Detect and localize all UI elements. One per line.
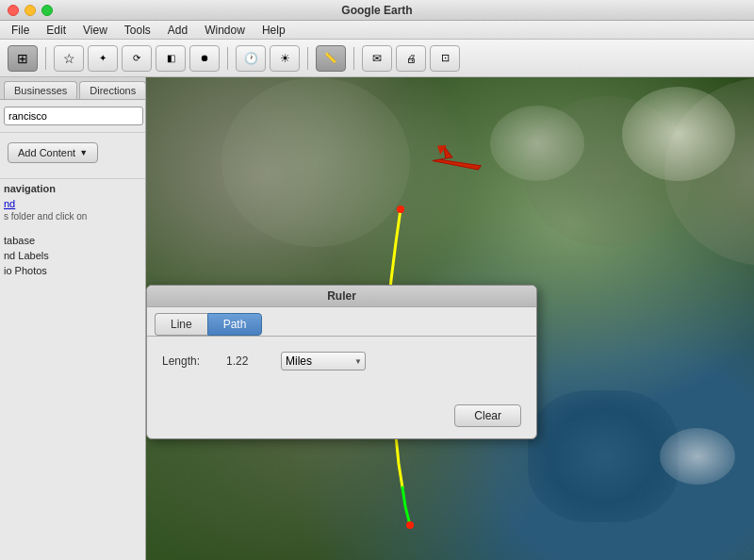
maximize-button[interactable]: [41, 5, 53, 16]
terrain-patch-4: [528, 390, 679, 522]
list-item: tabase: [4, 233, 141, 248]
minimize-button[interactable]: [25, 5, 36, 16]
toolbar-separator-2: [227, 47, 228, 70]
search-area: 🔍: [0, 100, 145, 133]
ruler-dialog-footer: Clear: [147, 397, 536, 438]
length-label: Length:: [162, 354, 219, 368]
nav-title: navigation: [4, 183, 141, 194]
ruler-button[interactable]: 📏: [316, 45, 346, 72]
add-placemark-button[interactable]: ☆: [54, 45, 84, 72]
add-content-button[interactable]: Add Content ▼: [8, 142, 98, 163]
add-path-button[interactable]: ⟳: [122, 45, 152, 72]
tab-businesses[interactable]: Businesses: [4, 81, 77, 99]
ruler-icon: 📏: [324, 52, 337, 64]
sidebar-toggle-button[interactable]: ⊞: [8, 45, 38, 72]
sidebar-toggle-icon: ⊞: [17, 51, 28, 66]
toolbar: ⊞ ☆ ✦ ⟳ ◧ ⏺ 🕐 ☀ 📏 ✉ 🖨 ⊡: [0, 40, 754, 77]
snow-patch-1: [622, 87, 735, 181]
snow-patch-3: [660, 428, 735, 485]
email-button[interactable]: ✉: [362, 45, 392, 72]
sidebar-items: tabase nd Labels io Photos: [0, 229, 145, 282]
menu-add[interactable]: Add: [160, 22, 195, 39]
terrain-patch-1: [221, 77, 410, 247]
tab-line[interactable]: Line: [155, 313, 207, 336]
clock-icon: 🕐: [244, 52, 258, 65]
menu-help[interactable]: Help: [254, 22, 293, 39]
sidebar: Businesses Directions 🔍 Add Content ▼ na…: [0, 77, 146, 560]
polygon-icon: ✦: [99, 53, 107, 63]
unit-select-wrapper: Miles Kilometers Meters Feet Yards: [281, 352, 366, 371]
email-icon: ✉: [372, 52, 382, 65]
map-area[interactable]: Ruler Line Path Length: 1.22 Miles Kilom…: [146, 77, 754, 560]
sun-icon: ☀: [280, 52, 290, 65]
sidebar-tabs: Businesses Directions: [0, 77, 145, 100]
toolbar-separator-4: [353, 47, 354, 70]
menu-window[interactable]: Window: [197, 22, 253, 39]
star-icon: ☆: [63, 51, 75, 66]
list-item: nd Labels: [4, 248, 141, 263]
sunlight-button[interactable]: ☀: [270, 45, 300, 72]
length-row: Length: 1.22 Miles Kilometers Meters Fee…: [162, 352, 521, 371]
unit-select[interactable]: Miles Kilometers Meters Feet Yards: [281, 352, 366, 371]
overlay-icon: ◧: [167, 53, 175, 63]
ruler-dialog-tabs: Line Path: [147, 307, 536, 337]
record-icon: ⏺: [200, 53, 209, 63]
maps-icon: ⊡: [441, 52, 450, 64]
length-value: 1.22: [226, 354, 273, 368]
print-icon: 🖨: [406, 53, 417, 64]
view-in-maps-button[interactable]: ⊡: [430, 45, 460, 72]
window-controls: [8, 5, 53, 16]
nav-link[interactable]: nd: [4, 198, 141, 209]
dropdown-arrow-icon: ▼: [79, 148, 88, 157]
titlebar: Google Earth: [0, 0, 754, 21]
historical-imagery-button[interactable]: 🕐: [236, 45, 266, 72]
search-input[interactable]: [4, 107, 143, 125]
snow-patch-2: [490, 106, 584, 181]
menu-view[interactable]: View: [75, 22, 115, 39]
toolbar-separator-1: [45, 47, 46, 70]
menu-tools[interactable]: Tools: [117, 22, 158, 39]
ruler-dialog-content: Length: 1.22 Miles Kilometers Meters Fee…: [147, 337, 536, 397]
navigation-section: navigation nd s folder and click on: [0, 178, 145, 225]
tab-directions[interactable]: Directions: [79, 81, 146, 99]
nav-description: s folder and click on: [4, 211, 141, 222]
path-icon: ⟳: [133, 53, 140, 63]
menu-edit[interactable]: Edit: [39, 22, 74, 39]
print-button[interactable]: 🖨: [396, 45, 426, 72]
toolbar-separator-3: [307, 47, 308, 70]
add-overlay-button[interactable]: ◧: [156, 45, 186, 72]
tab-path[interactable]: Path: [207, 313, 263, 336]
window-title: Google Earth: [341, 4, 412, 17]
list-item: io Photos: [4, 263, 141, 278]
close-button[interactable]: [8, 5, 19, 16]
add-polygon-button[interactable]: ✦: [88, 45, 118, 72]
record-tour-button[interactable]: ⏺: [189, 45, 220, 72]
menubar: File Edit View Tools Add Window Help: [0, 21, 754, 40]
add-content-label: Add Content: [18, 147, 75, 158]
main-content: Businesses Directions 🔍 Add Content ▼ na…: [0, 77, 754, 560]
menu-file[interactable]: File: [4, 22, 37, 39]
ruler-dialog: Ruler Line Path Length: 1.22 Miles Kilom…: [146, 285, 537, 439]
clear-button[interactable]: Clear: [454, 404, 521, 427]
ruler-dialog-title: Ruler: [147, 286, 536, 307]
